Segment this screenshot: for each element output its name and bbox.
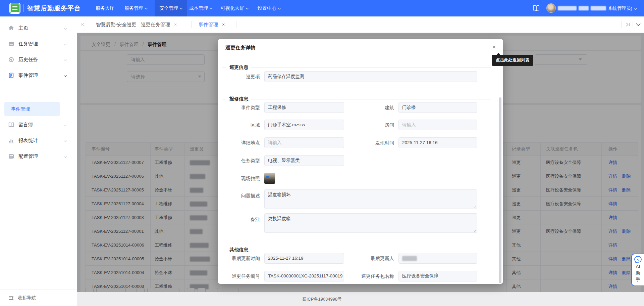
- patrol-item-label: 巡更项: [218, 71, 260, 82]
- app-title: 智慧后勤服务平台: [27, 0, 81, 16]
- address-input[interactable]: 请输入: [264, 137, 344, 148]
- tab-patrol-task-mgmt[interactable]: 巡更任务管理 ×: [141, 16, 177, 33]
- redacted-username: [558, 6, 577, 10]
- updated-time-input[interactable]: 2025-11-27 16:19: [264, 253, 344, 264]
- user-menu[interactable]: 系统管理员): [558, 0, 636, 16]
- chevron-down-icon: [64, 42, 67, 45]
- remark-label: 备注: [218, 214, 260, 225]
- icp-text: 蜀ICP备19034998号: [302, 297, 342, 302]
- guestbook-icon: [8, 122, 14, 128]
- room-input[interactable]: 请输入: [398, 120, 477, 130]
- event-type-input[interactable]: 工程保修: [264, 102, 344, 113]
- home-icon: [8, 25, 14, 31]
- footer: 蜀ICP备19034998号: [77, 292, 644, 306]
- close-tab-icon[interactable]: ×: [174, 22, 177, 27]
- history-search-icon: [8, 57, 14, 62]
- redacted-name: [402, 256, 417, 261]
- redacted-username: [591, 6, 606, 10]
- sidebar-item-tasks[interactable]: 任务管理: [0, 36, 77, 52]
- manual-book-icon[interactable]: [532, 4, 540, 12]
- building-input[interactable]: 门诊楼: [398, 102, 477, 113]
- return-to-list-tooltip: 点击此处返回列表: [492, 55, 533, 66]
- problem-textarea[interactable]: 温度箱损坏: [264, 189, 477, 209]
- chevron-down-icon: [64, 155, 67, 158]
- package-name-label: 巡更任务包名称: [352, 271, 394, 281]
- nav-item-service-mgmt[interactable]: 服务管理: [120, 0, 152, 16]
- nav-item-settings[interactable]: 设置中心: [253, 0, 285, 16]
- close-tab-icon[interactable]: ×: [222, 22, 225, 27]
- sidebar-item-config[interactable]: 配置管理: [0, 148, 77, 164]
- tooltip-arrow: [496, 53, 500, 55]
- building-label: 建筑: [352, 102, 394, 113]
- divider: [23, 4, 24, 12]
- chevron-down-icon: [210, 7, 212, 9]
- chevron-down-icon: [246, 7, 249, 9]
- nav-item-dashboard[interactable]: 可视化大屏: [216, 0, 253, 16]
- user-avatar[interactable]: [546, 3, 556, 13]
- tab-event-mgmt[interactable]: 事件管理 ×: [199, 16, 225, 33]
- area-input[interactable]: 门诊手术室-mzsss: [264, 120, 344, 130]
- ai-assistant-button[interactable]: AI AI 助 手: [631, 254, 644, 286]
- app-window: 安全巡更 / 事件管理 / 事件管理 记录时间 请输入 巡更员 请选择 事件编号…: [0, 0, 644, 306]
- ai-label: 手: [636, 276, 640, 282]
- chevron-down-icon: [634, 7, 637, 9]
- close-icon[interactable]: ×: [490, 43, 498, 51]
- updated-by-input[interactable]: [398, 253, 477, 264]
- chevron-down-icon: [278, 7, 281, 9]
- updated-by-label: 最后更新人: [352, 253, 394, 264]
- sidebar-item-history[interactable]: 历史任务: [0, 52, 77, 68]
- scroll-tabs-right-button[interactable]: [623, 16, 632, 33]
- tab-bar: 智慧后勤-安全巡更 巡更任务管理 × 事件管理 ×: [77, 16, 644, 33]
- found-time-input[interactable]: 2025-11-27 16:16: [398, 137, 477, 148]
- sliders-icon: [8, 154, 14, 159]
- divider: [136, 21, 136, 28]
- sidebar-item-reports[interactable]: 报表统计: [0, 133, 77, 148]
- package-name-input[interactable]: 医疗设备安全保障: [398, 271, 477, 281]
- divider: [621, 21, 622, 28]
- chevron-down-icon: [64, 139, 67, 142]
- user-role-text: 系统管理员): [608, 5, 632, 11]
- room-label: 房间: [352, 120, 394, 130]
- modal-title: 巡更任务详情: [225, 45, 256, 51]
- fold-icon: [8, 296, 14, 300]
- scroll-tabs-left-button[interactable]: [78, 16, 87, 33]
- sidebar-item-events[interactable]: 事件管理: [0, 68, 77, 83]
- collapse-nav-button[interactable]: 收起导航: [0, 290, 77, 306]
- area-label: 区域: [218, 120, 260, 130]
- ai-label: AI: [636, 263, 640, 270]
- bar-chart-icon: [8, 138, 14, 143]
- event-document-icon: [8, 73, 14, 78]
- divider: [633, 21, 633, 28]
- sidebar-subitem-event-mgmt[interactable]: 事件管理: [4, 102, 60, 116]
- app-logo-icon: [9, 3, 20, 14]
- chevron-down-icon: [64, 123, 67, 126]
- chevron-down-icon: [145, 7, 148, 9]
- nav-item-service-hall[interactable]: 服务大厅: [91, 0, 119, 16]
- resize-handle-icon[interactable]: [473, 229, 476, 232]
- chevron-down-icon: [180, 7, 182, 9]
- svg-text:AI: AI: [637, 258, 639, 261]
- remark-textarea[interactable]: 更换温度箱: [264, 213, 477, 233]
- task-no-input[interactable]: TASK-00030001XC-20251117-00019: [264, 271, 344, 281]
- divider: [218, 55, 503, 55]
- tab-security-patrol[interactable]: 智慧后勤-安全巡更: [96, 16, 137, 33]
- task-card-icon: [8, 41, 14, 47]
- sidebar-item-guestbook[interactable]: 留言簿: [0, 117, 77, 133]
- scrollbar-thumb[interactable]: [499, 97, 501, 283]
- chevron-down-icon: [64, 74, 67, 77]
- redacted-username: [579, 6, 589, 10]
- tabs-menu-button[interactable]: [634, 16, 643, 33]
- chevron-down-icon: [64, 27, 67, 29]
- event-type-label: 事件类型: [218, 102, 260, 113]
- problem-label: 问题描述: [218, 190, 260, 201]
- scene-photo-thumbnail[interactable]: [264, 173, 275, 184]
- nav-item-security-mgmt[interactable]: 安全管理: [155, 0, 187, 16]
- resize-handle-icon[interactable]: [473, 205, 476, 208]
- patrol-task-detail-modal: 巡更任务详情 × 巡更信息 巡更项 药品储存温度监测 报修信息 事件类型 工程保…: [218, 39, 503, 284]
- nav-item-cost-mgmt[interactable]: 成本管理: [184, 0, 217, 16]
- task-type-input[interactable]: 电视、显示器类: [264, 155, 344, 166]
- top-navbar: 智慧后勤服务平台 服务大厅 服务管理 安全管理 成本管理 可视化大屏 设置中心 …: [0, 0, 644, 16]
- ai-label: 助: [636, 270, 640, 276]
- patrol-item-input[interactable]: 药品储存温度监测: [264, 71, 477, 82]
- sidebar-item-home[interactable]: 主页: [0, 20, 77, 36]
